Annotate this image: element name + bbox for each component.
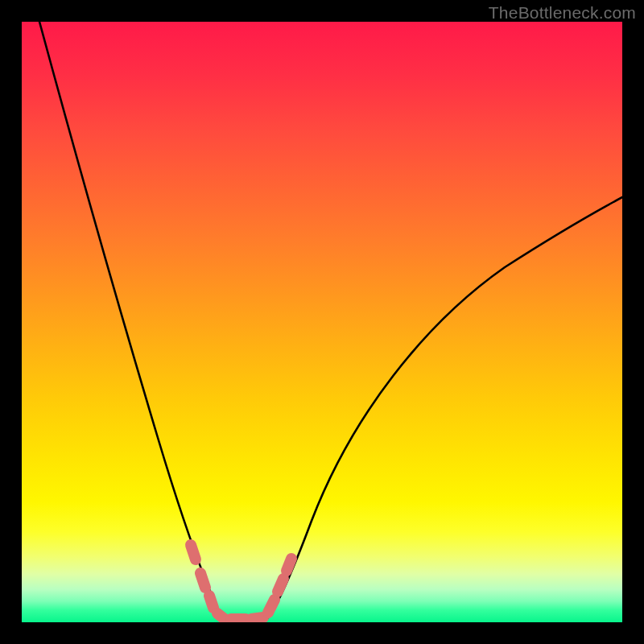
watermark-text: TheBottleneck.com [489, 3, 636, 23]
marker-dot [209, 596, 213, 608]
marker-dot [251, 617, 263, 619]
marker-dot [217, 613, 225, 619]
marker-dot [200, 573, 205, 588]
marker-dot [278, 579, 283, 592]
outer-frame: TheBottleneck.com [0, 0, 644, 644]
marker-dot [268, 600, 275, 613]
bottleneck-curve [39, 22, 622, 622]
curve-layer [22, 22, 622, 622]
marker-group [191, 545, 291, 619]
plot-area [22, 22, 622, 622]
marker-dot [287, 559, 291, 571]
marker-dot [191, 545, 196, 559]
